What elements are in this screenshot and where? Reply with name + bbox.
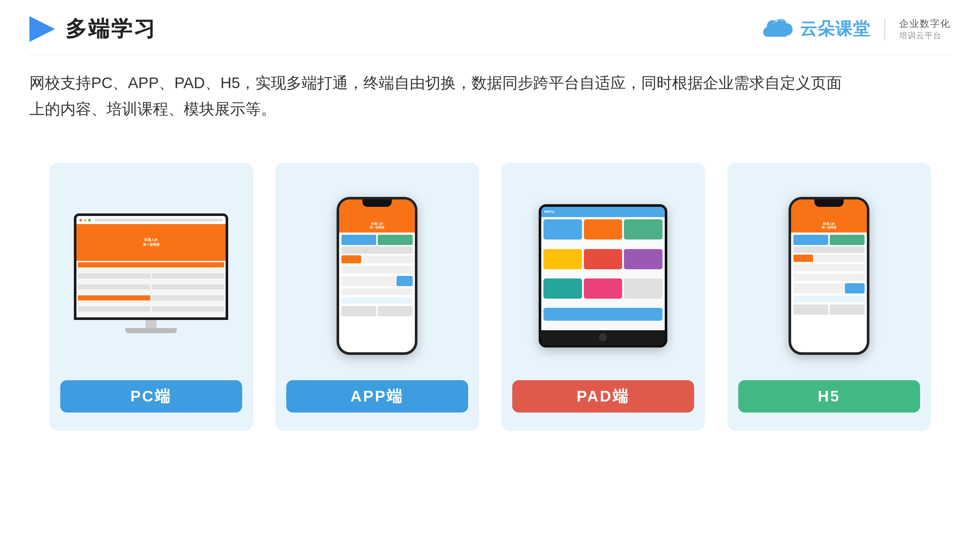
- h5-phone-notch: [814, 200, 844, 207]
- monitor-frame: 职通人的第一堂网课: [74, 213, 228, 320]
- logo-right: 云朵课堂 企业数字化 培训云平台: [759, 16, 951, 43]
- pc-device-image: 职通人的第一堂网课: [60, 183, 242, 369]
- pc-label: PC端: [60, 380, 242, 413]
- tablet-top-bar: 网校平台: [541, 207, 665, 217]
- app-card: 职通人的第一堂网课: [275, 163, 479, 431]
- pc-card: 职通人的第一堂网课: [49, 163, 253, 431]
- pad-tablet: 网校平台: [539, 204, 667, 348]
- pad-label: PAD端: [512, 380, 694, 413]
- monitor-screen: 职通人的第一堂网课: [76, 216, 226, 318]
- tablet-card-6: [624, 249, 662, 269]
- h5-label: H5: [738, 380, 920, 413]
- site-title: 多端学习: [65, 15, 156, 43]
- tablet-screen: 网校平台: [541, 207, 665, 330]
- brand-name: 云朵课堂: [800, 17, 870, 40]
- app-phone: 职通人的第一堂网课: [337, 197, 417, 355]
- cards-section: 职通人的第一堂网课: [0, 130, 980, 453]
- tablet-card-4: [544, 249, 582, 269]
- pad-card: 网校平台 PAD端: [501, 163, 705, 431]
- description-line2: 上的内容、培训课程、模块展示等。: [29, 96, 951, 122]
- cloud-logo: 云朵课堂: [759, 16, 870, 43]
- description-block: 网校支持PC、APP、PAD、H5，实现多端打通，终端自由切换，数据同步跨平台自…: [0, 55, 980, 122]
- tablet-card-2: [584, 219, 622, 240]
- tablet-card-7: [544, 278, 582, 299]
- brand-desc-line1: 企业数字化: [899, 17, 951, 30]
- brand-desc: 企业数字化 培训云平台: [899, 17, 951, 41]
- h5-phone: 联通人的第一堂网课: [789, 197, 869, 355]
- tablet-card-3: [624, 219, 662, 240]
- tablet-card-9: [624, 278, 662, 299]
- tablet-card-8: [584, 278, 622, 299]
- tablet-card-wide: [544, 308, 662, 321]
- description-line1: 网校支持PC、APP、PAD、H5，实现多端打通，终端自由切换，数据同步跨平台自…: [29, 70, 951, 96]
- pad-device-image: 网校平台: [512, 183, 694, 369]
- app-device-image: 职通人的第一堂网课: [286, 183, 468, 369]
- phone-screen: 职通人的第一堂网课: [339, 200, 415, 352]
- tablet-content: [541, 217, 665, 330]
- brand-desc-line2: 培训云平台: [899, 30, 942, 41]
- tablet-home-btn: [599, 333, 607, 341]
- h5-phone-screen: 联通人的第一堂网课: [791, 200, 867, 352]
- vertical-divider: [885, 18, 885, 40]
- header: 多端学习 云朵课堂 企业数字化 培训云平台: [0, 0, 980, 54]
- tablet-card-5: [584, 249, 622, 269]
- phone-notch: [362, 200, 392, 207]
- tablet-top-text: 网校平台: [544, 210, 555, 214]
- h5-device-image: 联通人的第一堂网课: [738, 183, 920, 369]
- tablet-card-1: [544, 219, 582, 240]
- h5-card: 联通人的第一堂网课: [727, 163, 931, 431]
- cloud-icon: [759, 16, 795, 43]
- pc-monitor: 职通人的第一堂网课: [74, 213, 228, 338]
- play-icon: [29, 16, 55, 42]
- logo-left: 多端学习: [29, 15, 156, 43]
- app-label: APP端: [286, 380, 468, 413]
- svg-marker-0: [29, 16, 55, 42]
